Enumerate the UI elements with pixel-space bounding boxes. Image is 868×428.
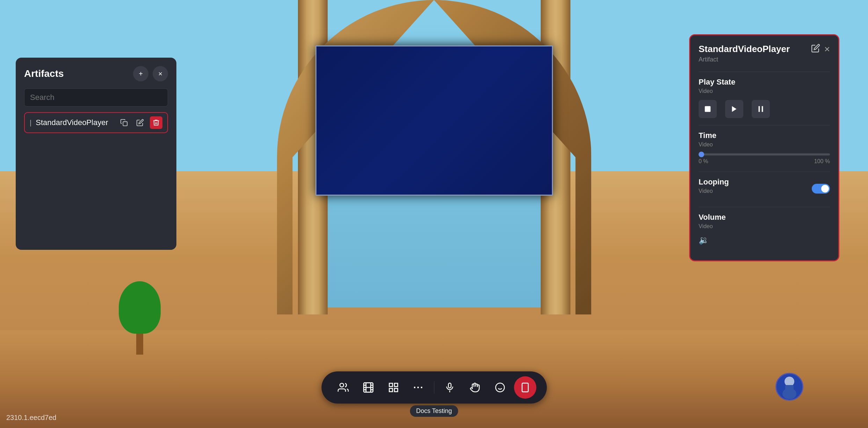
svg-rect-26 [394,389,397,392]
svg-rect-24 [394,383,397,386]
artifact-item-actions [118,116,162,129]
time-slider-track [699,153,830,155]
looping-section: Looping Video [699,177,830,200]
artifact-edit-button[interactable] [134,116,146,129]
artifact-item-name: StandardVideoPlayer [36,118,114,127]
pause-button[interactable] [752,100,770,118]
looping-row: Looping Video [699,177,830,200]
user-avatar[interactable] [775,373,803,401]
divider-1 [699,72,830,72]
time-section: Time Video 0 % 100 % [699,131,830,165]
play-state-section: Play State Video [699,78,830,118]
play-button[interactable] [725,100,743,118]
artifacts-header: Artifacts + × [24,66,168,81]
svg-point-34 [785,377,794,386]
bottom-toolbar: ··· [321,371,547,404]
slider-max-label: 100 % [814,158,830,165]
divider-2 [699,125,830,125]
svg-rect-27 [448,383,451,388]
play-state-sublabel: Video [699,88,830,94]
artifact-copy-button[interactable] [118,116,130,129]
panel-header: StandardVideoPlayer Artifact × [699,44,830,63]
toolbar-people-button[interactable] [332,376,354,399]
panel-title: StandardVideoPlayer [699,44,790,55]
artifact-cursor-icon: | [30,119,31,127]
slider-min-label: 0 % [699,158,708,165]
version-label: 2310.1.eecd7ed [6,414,56,422]
svg-rect-36 [785,385,794,392]
search-input[interactable] [24,88,168,107]
volume-icon-row: 🔉 [699,235,830,245]
toolbar-emoji-button[interactable] [489,376,511,399]
looping-sublabel: Video [699,188,729,194]
panel-title-section: StandardVideoPlayer Artifact [699,44,790,63]
panel-header-actions: × [811,44,830,55]
video-player-panel: StandardVideoPlayer Artifact × Play Stat… [689,34,839,261]
volume-icon: 🔉 [699,235,709,245]
time-slider-thumb[interactable] [699,152,704,157]
svg-point-14 [340,383,344,387]
play-state-label: Play State [699,78,830,87]
looping-label-group: Looping Video [699,177,729,200]
toolbar-grid-button[interactable] [382,376,404,399]
svg-rect-0 [123,122,127,126]
toolbar-hand-button[interactable] [464,376,486,399]
panel-edit-button[interactable] [811,44,820,55]
toolbar-mic-button[interactable] [438,376,461,399]
toolbar-divider [434,381,434,394]
panel-close-button[interactable]: × [824,44,830,55]
svg-rect-32 [522,383,528,392]
looping-toggle[interactable] [812,184,830,194]
svg-rect-23 [389,383,392,386]
time-slider-container: 0 % 100 % [699,153,830,165]
video-screen-inner [316,46,552,195]
artifacts-title: Artifacts [24,68,64,79]
add-artifact-button[interactable]: + [133,66,148,81]
time-label: Time [699,131,830,140]
tree-left [119,281,161,351]
artifacts-header-buttons: + × [133,66,168,81]
stop-button[interactable] [699,100,717,118]
avatar-figure [779,375,800,399]
tree-canopy [119,281,161,334]
video-screen [315,45,553,196]
svg-rect-1 [705,106,711,112]
volume-label: Volume [699,213,830,222]
svg-point-29 [496,383,504,392]
tree-trunk [136,334,143,355]
artifact-delete-button[interactable] [150,116,162,129]
looping-label: Looping [699,177,729,187]
divider-3 [699,172,830,172]
artifact-list-item[interactable]: | StandardVideoPlayer [24,112,168,133]
svg-rect-25 [389,389,392,392]
time-sublabel: Video [699,142,830,148]
toolbar-more-button[interactable]: ··· [407,376,430,399]
volume-sublabel: Video [699,223,830,230]
svg-rect-4 [762,106,763,112]
svg-rect-3 [759,106,760,112]
divider-4 [699,207,830,207]
toolbar-share-button[interactable] [514,376,536,399]
panel-subtitle: Artifact [699,56,790,63]
toolbar-tooltip: Docs Testing [410,405,458,417]
play-controls [699,100,830,118]
volume-section: Volume Video 🔉 [699,213,830,245]
close-artifacts-button[interactable]: × [153,66,168,81]
slider-labels: 0 % 100 % [699,158,830,165]
artifacts-panel: Artifacts + × | StandardVideoPlayer [16,58,176,250]
toolbar-film-button[interactable] [357,376,379,399]
svg-marker-2 [732,106,737,112]
